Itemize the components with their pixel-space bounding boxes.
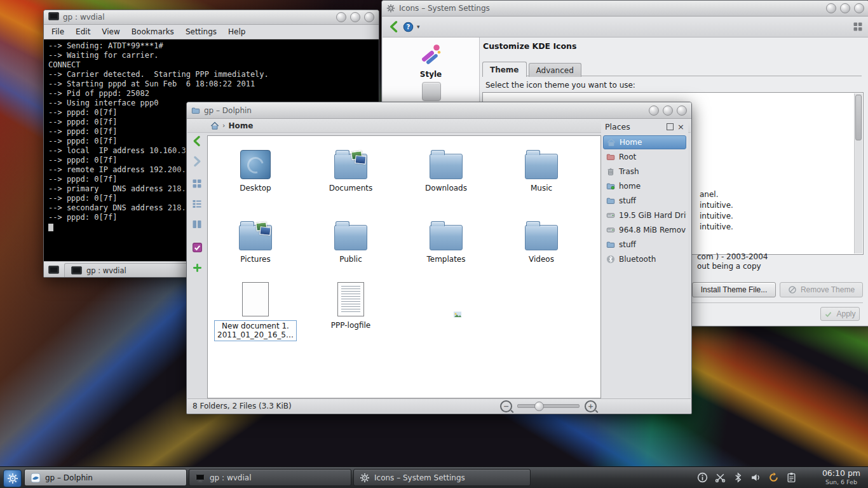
scissors-icon[interactable]	[715, 472, 726, 483]
dolphin-view[interactable]: DesktopDocumentsDownloadsMusicPicturesPu…	[207, 135, 601, 398]
menu-settings[interactable]: Settings	[186, 27, 217, 36]
menu-view[interactable]: View	[102, 27, 119, 36]
help-button[interactable]: ?	[403, 22, 414, 32]
folder-label: Templates	[424, 254, 468, 264]
file-item[interactable]: PPP-logfile	[303, 278, 398, 330]
minimize-button[interactable]	[826, 3, 836, 13]
places-panel: Places × HomeRootTrashhomestuff19.5 GiB …	[601, 119, 688, 398]
icons-view-button[interactable]	[189, 176, 205, 191]
place-item-bluetooth[interactable]: Bluetooth	[603, 252, 686, 266]
tab-theme[interactable]: Theme	[482, 62, 527, 77]
close-button[interactable]	[364, 12, 374, 22]
settings-titlebar[interactable]: Icons – System Settings	[382, 1, 868, 17]
folder-item-desktop[interactable]: Desktop	[208, 141, 303, 193]
sidebar-item-style[interactable]: Style	[383, 43, 479, 79]
menu-file[interactable]: File	[51, 27, 64, 36]
folder-item-music[interactable]: Music	[494, 141, 589, 193]
folder-icon	[525, 154, 558, 179]
folder-icon	[334, 154, 367, 179]
sidebar-item-disabled-icon[interactable]	[422, 82, 441, 101]
page-title: Customize KDE Icons	[483, 41, 576, 51]
task-icons-system-settings[interactable]: Icons – System Settings	[353, 469, 531, 486]
zoom-slider-knob[interactable]	[534, 402, 544, 411]
zoom-out-icon[interactable]: −	[500, 400, 512, 412]
remove-theme-button[interactable]: Remove Theme	[780, 282, 863, 297]
back-button[interactable]	[189, 133, 205, 149]
folder-item-templates[interactable]: Templates	[398, 212, 494, 264]
folder-label: Videos	[526, 254, 557, 264]
terminal-title: gp : wvdial	[63, 13, 104, 22]
folder-label: Desktop	[237, 183, 274, 193]
menu-bookmarks[interactable]: Bookmarks	[132, 27, 174, 36]
notifications-icon[interactable]	[697, 472, 708, 483]
folder-item-documents[interactable]: Documents	[303, 141, 398, 193]
minimize-button[interactable]	[336, 12, 346, 22]
clock[interactable]: 06:10 pm Sun, 6 Feb	[822, 468, 860, 486]
clock-date: Sun, 6 Feb	[822, 478, 860, 486]
back-button[interactable]	[388, 20, 400, 33]
close-button[interactable]	[854, 3, 864, 13]
terminal-titlebar[interactable]: gp : wvdial	[44, 10, 379, 25]
zoom-in-icon[interactable]: +	[585, 400, 597, 412]
place-item-964-8-mib-remov-[interactable]: 964.8 MiB Remov…	[603, 223, 686, 237]
close-panel-icon[interactable]: ×	[677, 123, 684, 131]
application-launcher-button[interactable]	[3, 470, 22, 487]
folder-label: Music	[528, 183, 555, 193]
folder-icon	[606, 196, 615, 205]
split-view-button[interactable]	[189, 260, 205, 275]
places-title: Places	[605, 122, 630, 132]
home-icon	[607, 138, 616, 147]
new-tab-button[interactable]	[45, 262, 62, 276]
dolphin-titlebar[interactable]: gp – Dolphin	[187, 102, 691, 119]
overview-icon[interactable]	[853, 22, 863, 32]
maximize-button[interactable]	[350, 12, 360, 22]
no-entry-icon	[788, 285, 797, 294]
minimize-button[interactable]	[649, 105, 659, 116]
terminal-window-icon	[48, 12, 59, 22]
menu-edit[interactable]: Edit	[76, 27, 90, 36]
folder-item-downloads[interactable]: Downloads	[398, 141, 494, 193]
maximize-button[interactable]	[663, 105, 673, 116]
apply-button[interactable]: Apply	[820, 307, 860, 321]
file-label: PPP-logfile	[329, 320, 373, 330]
preview-button[interactable]	[189, 240, 205, 255]
place-item-trash[interactable]: Trash	[603, 165, 686, 179]
float-panel-icon[interactable]	[667, 123, 674, 130]
folder-item-public[interactable]: Public	[303, 212, 398, 264]
forward-button[interactable]	[189, 154, 205, 169]
tab-advanced[interactable]: Advanced	[529, 63, 581, 77]
updates-icon[interactable]	[768, 472, 779, 483]
close-button[interactable]	[677, 105, 687, 116]
details-view-button[interactable]	[189, 196, 205, 212]
place-item-root[interactable]: Root	[603, 150, 686, 164]
place-item-19-5-gib-hard-drive[interactable]: 19.5 GiB Hard Drive	[603, 208, 686, 222]
dolphin-window: gp – Dolphin › Home DesktopDocumentsDown…	[186, 102, 692, 414]
clipboard-icon[interactable]	[786, 472, 797, 483]
task-label: gp : wvdial	[210, 473, 251, 482]
install-theme-button[interactable]: Install Theme File...	[692, 282, 776, 297]
menu-help[interactable]: Help	[228, 27, 245, 36]
task-gp-dolphin[interactable]: gp – Dolphin	[24, 469, 187, 486]
terminal-line: CONNECT	[48, 60, 374, 70]
place-item-home[interactable]: Home	[603, 135, 686, 149]
folder-label: Pictures	[238, 254, 273, 264]
theme-list-item-fragment: intuitive.	[700, 200, 733, 211]
folder-item-videos[interactable]: Videos	[494, 212, 589, 264]
place-item-stuff[interactable]: stuff	[603, 194, 686, 208]
columns-view-button[interactable]	[189, 217, 205, 232]
install-theme-label: Install Theme File...	[701, 285, 767, 294]
place-item-home[interactable]: home	[603, 179, 686, 193]
bluetooth-icon[interactable]	[733, 472, 743, 483]
drag-ghost-icon	[452, 309, 463, 320]
terminal-tab[interactable]: gp : wvdial	[64, 263, 187, 277]
volume-icon[interactable]	[750, 472, 761, 483]
file-item[interactable]: New document 1. 2011_01_20_16_5…	[208, 278, 303, 341]
folder-item-pictures[interactable]: Pictures	[208, 212, 303, 264]
terminal-tab-label: gp : wvdial	[86, 266, 126, 275]
maximize-button[interactable]	[840, 3, 850, 13]
folder-icon	[239, 225, 272, 250]
task-gp-wvdial[interactable]: gp : wvdial	[189, 469, 351, 486]
zoom-slider[interactable]	[517, 404, 580, 408]
place-item-stuff[interactable]: stuff	[603, 238, 686, 252]
scrollbar[interactable]	[854, 93, 862, 254]
